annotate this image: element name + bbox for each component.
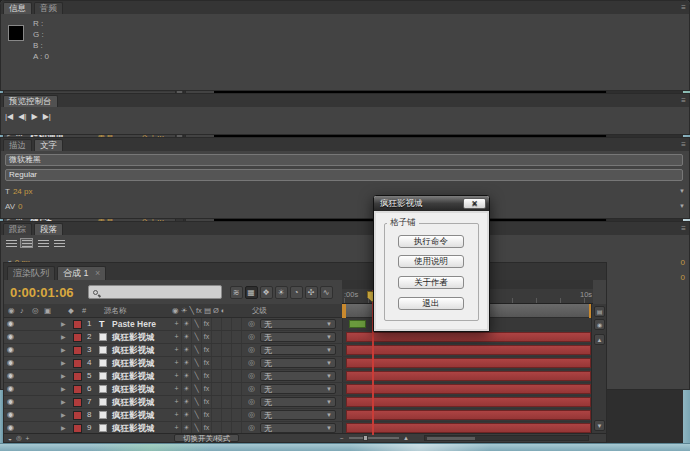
tab-close-icon[interactable]: × — [95, 268, 100, 278]
layer-switch-icon[interactable]: ╲ — [192, 344, 202, 356]
parent-column-header[interactable]: 父级 — [252, 306, 267, 316]
layer-switch-icon[interactable]: + — [172, 383, 182, 395]
layer-switch-icon[interactable]: ☀ — [182, 331, 192, 343]
visibility-eye-icon[interactable]: ◉ — [7, 370, 14, 382]
layer-track[interactable] — [342, 331, 593, 343]
layer-switch-icon[interactable]: ☀ — [182, 396, 192, 408]
tab-info[interactable]: 信息 — [3, 2, 32, 14]
layer-track[interactable] — [342, 370, 593, 382]
tab-paragraph[interactable]: 段落 — [34, 223, 63, 235]
parent-select[interactable]: 无 ▼ — [260, 358, 336, 368]
layer-duration-bar[interactable] — [346, 423, 591, 433]
chevron-down-icon[interactable]: ▼ — [679, 188, 685, 194]
panel-menu-icon[interactable]: ≡ — [681, 223, 689, 235]
layer-duration-bar[interactable] — [346, 397, 591, 407]
run-command-button[interactable]: 执行命令 — [398, 235, 464, 248]
label-color-swatch[interactable] — [73, 385, 82, 394]
next-frame-button[interactable]: ▶| — [43, 111, 51, 123]
layer-duration-bar[interactable] — [346, 345, 591, 355]
layer-duration-bar[interactable] — [346, 410, 591, 420]
parent-pickwhip-icon[interactable]: ◎ — [248, 318, 255, 330]
layer-switch-icon[interactable]: fx — [202, 370, 212, 382]
layer-switch-icon[interactable]: ╲ — [192, 383, 202, 395]
tab-character[interactable]: 文字 — [34, 139, 63, 151]
layer-duration-bar[interactable] — [349, 320, 366, 328]
layer-switch-icon[interactable]: ☀ — [182, 370, 192, 382]
layer-name[interactable]: 疯狂影视城 — [112, 344, 155, 356]
layer-name[interactable]: 疯狂影视城 — [112, 409, 155, 421]
timeline-layer-row[interactable]: ◉ ▶ 8 疯狂影视城 +☀╲fx ◎ 无 ▼ — [4, 409, 593, 422]
timeline-zoom-slider[interactable] — [349, 437, 399, 439]
visibility-eye-icon[interactable]: ◉ — [7, 383, 14, 395]
zoom-in-icon[interactable]: ▲ — [403, 435, 409, 441]
label-color-swatch[interactable] — [73, 411, 82, 420]
label-color-swatch[interactable] — [73, 320, 82, 329]
layer-switch-icon[interactable]: + — [172, 357, 182, 369]
scroll-down-icon[interactable]: ▼ — [594, 420, 605, 431]
visibility-eye-icon[interactable]: ◉ — [7, 318, 14, 330]
parent-pickwhip-icon[interactable]: ◎ — [248, 396, 255, 408]
visibility-eye-icon[interactable]: ◉ — [7, 409, 14, 421]
font-style-select[interactable]: Regular — [5, 169, 683, 181]
layer-switch-icon[interactable]: ╲ — [192, 331, 202, 343]
label-color-swatch[interactable] — [73, 398, 82, 407]
align-right-icon[interactable] — [36, 238, 49, 248]
parent-select[interactable]: 无 ▼ — [260, 384, 336, 394]
about-author-button[interactable]: 关于作者 — [398, 276, 464, 289]
layer-switch-icon[interactable]: ╲ — [192, 318, 202, 330]
expand-arrow-icon[interactable]: ▶ — [61, 383, 66, 395]
first-frame-button[interactable]: |◀ — [5, 111, 13, 123]
layer-switch-icon[interactable]: fx — [202, 318, 212, 330]
label-color-swatch[interactable] — [73, 333, 82, 342]
timeline-layer-row[interactable]: ◉ ▶ 7 疯狂影视城 +☀╲fx ◎ 无 ▼ — [4, 396, 593, 409]
layer-switch-icon[interactable]: + — [172, 396, 182, 408]
layer-name[interactable]: 疯狂影视城 — [112, 383, 155, 395]
layer-name[interactable]: 疯狂影视城 — [112, 331, 155, 343]
layer-switch-icon[interactable]: ╲ — [192, 409, 202, 421]
layer-switch-icon[interactable]: fx — [202, 383, 212, 395]
play-button[interactable]: ▶ — [31, 111, 37, 123]
timeline-vertical-scrollbar[interactable]: ▤ ◉ ▲ ▼ — [591, 304, 606, 435]
timeline-layer-row[interactable]: ◉ ▶ 3 疯狂影视城 +☀╲fx ◎ 无 ▼ — [4, 344, 593, 357]
panel-menu-icon[interactable]: ≡ — [681, 95, 689, 107]
expand-arrow-icon[interactable]: ▶ — [61, 318, 66, 330]
layer-duration-bar[interactable] — [346, 332, 591, 342]
visibility-eye-icon[interactable]: ◉ — [7, 344, 14, 356]
layer-switch-icon[interactable]: ☀ — [182, 344, 192, 356]
parent-select[interactable]: 无 ▼ — [260, 332, 336, 342]
source-name-column-header[interactable]: 源名称 — [104, 306, 127, 316]
tab-paint[interactable]: 描边 — [3, 139, 32, 151]
zoom-out-icon[interactable]: − — [340, 435, 344, 442]
camera-button-icon[interactable]: ◉ — [594, 319, 605, 330]
layer-switch-icon[interactable]: fx — [202, 331, 212, 343]
layer-track[interactable] — [342, 396, 593, 408]
layer-switch-icon[interactable]: fx — [202, 396, 212, 408]
timeline-horizontal-scrollbar[interactable] — [424, 435, 589, 441]
layer-duration-bar[interactable] — [346, 358, 591, 368]
expand-arrow-icon[interactable]: ▶ — [61, 331, 66, 343]
align-left-icon[interactable] — [4, 238, 17, 248]
tab-timeline-comp[interactable]: 合成 1 × — [57, 266, 106, 280]
label-color-swatch[interactable] — [73, 372, 82, 381]
expand-arrow-icon[interactable]: ▶ — [61, 370, 66, 382]
layer-switch-icon[interactable]: fx — [202, 409, 212, 421]
parent-pickwhip-icon[interactable]: ◎ — [248, 409, 255, 421]
parent-pickwhip-icon[interactable]: ◎ — [248, 383, 255, 395]
tab-preview[interactable]: 预览控制台 — [3, 95, 58, 107]
tab-tracker[interactable]: 跟踪 — [3, 223, 32, 235]
timeline-layer-row[interactable]: ◉ ▶ 5 疯狂影视城 +☀╲fx ◎ 无 ▼ — [4, 370, 593, 383]
layer-switch-icon[interactable]: + — [172, 370, 182, 382]
layer-name[interactable]: 疯狂影视城 — [112, 370, 155, 382]
timeline-layer-row[interactable]: ◉ ▶ 6 疯狂影视城 +☀╲fx ◎ 无 ▼ — [4, 383, 593, 396]
label-color-swatch[interactable] — [73, 359, 82, 368]
layer-switch-icon[interactable]: + — [172, 318, 182, 330]
motion-blur-icon[interactable]: ◔ — [290, 286, 303, 299]
expand-arrow-icon[interactable]: ▶ — [61, 357, 66, 369]
expand-icon[interactable]: + — [26, 435, 30, 442]
kerning-value[interactable]: 0 — [18, 202, 22, 211]
chevron-down-icon[interactable]: ▼ — [679, 203, 685, 209]
draft-3d-icon[interactable]: ▦ — [245, 286, 258, 299]
parent-select[interactable]: 无 ▼ — [260, 319, 336, 329]
toggle-switches-modes-button[interactable]: 切换开关/模式 — [174, 434, 239, 442]
expand-arrow-icon[interactable]: ▶ — [61, 396, 66, 408]
